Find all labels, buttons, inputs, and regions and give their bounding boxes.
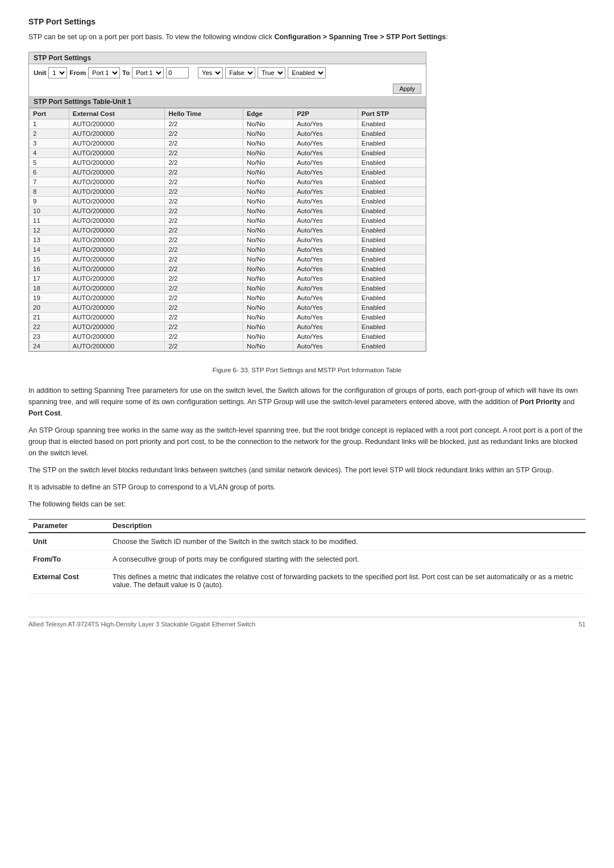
cell-port: 8 — [30, 186, 69, 196]
cell-stp: Enabled — [358, 273, 425, 283]
page-title: STP Port Settings — [28, 17, 586, 26]
cell-hello: 2/2 — [165, 148, 243, 157]
cell-p2p: Auto/Yes — [293, 196, 358, 206]
cell-edge: No/No — [243, 283, 293, 293]
cell-p2p: Auto/Yes — [293, 177, 358, 186]
cell-hello: 2/2 — [165, 302, 243, 312]
cell-port: 22 — [30, 322, 69, 331]
cell-stp: Enabled — [358, 177, 425, 186]
cell-hello: 2/2 — [165, 225, 243, 235]
cell-hello: 2/2 — [165, 254, 243, 264]
table-row: 2 AUTO/200000 2/2 No/No Auto/Yes Enabled — [30, 128, 426, 138]
cell-port: 14 — [30, 244, 69, 254]
intro-paragraph: STP can be set up on a port per port bas… — [28, 32, 586, 43]
apply-row: Apply — [29, 81, 426, 96]
cell-port: 19 — [30, 293, 69, 302]
from-select[interactable]: Port 1 — [88, 67, 120, 78]
cell-port: 6 — [30, 167, 69, 177]
cell-ext-cost: AUTO/200000 — [69, 331, 165, 341]
cell-ext-cost: AUTO/200000 — [69, 302, 165, 312]
cell-p2p: Auto/Yes — [293, 119, 358, 128]
cell-ext-cost: AUTO/200000 — [69, 322, 165, 331]
cell-edge: No/No — [243, 293, 293, 302]
cell-edge: No/No — [243, 157, 293, 167]
cell-hello: 2/2 — [165, 215, 243, 225]
cell-stp: Enabled — [358, 302, 425, 312]
external-cost-input[interactable] — [166, 67, 189, 78]
cell-stp: Enabled — [358, 331, 425, 341]
table-row: 17 AUTO/200000 2/2 No/No Auto/Yes Enable… — [30, 273, 426, 283]
cell-stp: Enabled — [358, 244, 425, 254]
figure-caption: Figure 6- 33. STP Port Settings and MSTP… — [28, 367, 586, 373]
cell-p2p: Auto/Yes — [293, 167, 358, 177]
apply-button[interactable]: Apply — [393, 84, 421, 94]
cell-edge: No/No — [243, 148, 293, 157]
cell-port: 23 — [30, 331, 69, 341]
cell-port: 13 — [30, 235, 69, 244]
migrate-select[interactable]: Yes — [198, 67, 223, 78]
cell-ext-cost: AUTO/200000 — [69, 215, 165, 225]
unit-select[interactable]: 1 — [48, 67, 67, 78]
cell-stp: Enabled — [358, 283, 425, 293]
cell-ext-cost: AUTO/200000 — [69, 235, 165, 244]
cell-ext-cost: AUTO/200000 — [69, 273, 165, 283]
cell-hello: 2/2 — [165, 322, 243, 331]
cell-edge: No/No — [243, 186, 293, 196]
table-row: 19 AUTO/200000 2/2 No/No Auto/Yes Enable… — [30, 293, 426, 302]
cell-edge: No/No — [243, 331, 293, 341]
param-name: External Cost — [28, 568, 108, 593]
cell-stp: Enabled — [358, 293, 425, 302]
cell-p2p: Auto/Yes — [293, 138, 358, 148]
cell-ext-cost: AUTO/200000 — [69, 244, 165, 254]
cell-hello: 2/2 — [165, 312, 243, 322]
state-select[interactable]: Enabled — [288, 67, 326, 78]
edge-select[interactable]: False — [225, 67, 255, 78]
cell-port: 18 — [30, 283, 69, 293]
footer-text: Allied Telesyn AT-9724TS High-Density La… — [28, 621, 255, 628]
stp-form-controls: Unit 1 From Port 1 To Port 1 Yes False T… — [29, 64, 426, 81]
cell-hello: 2/2 — [165, 186, 243, 196]
table-row: 6 AUTO/200000 2/2 No/No Auto/Yes Enabled — [30, 167, 426, 177]
cell-hello: 2/2 — [165, 244, 243, 254]
cell-stp: Enabled — [358, 157, 425, 167]
param-row: External Cost This defines a metric that… — [28, 568, 586, 593]
stp-port-table: Port External Cost Hello Time Edge P2P P… — [29, 108, 426, 351]
table-row: 21 AUTO/200000 2/2 No/No Auto/Yes Enable… — [30, 312, 426, 322]
body-para-4: It is advisable to define an STP Group t… — [28, 481, 586, 493]
cell-edge: No/No — [243, 322, 293, 331]
cell-p2p: Auto/Yes — [293, 273, 358, 283]
cell-stp: Enabled — [358, 186, 425, 196]
table-row: 15 AUTO/200000 2/2 No/No Auto/Yes Enable… — [30, 254, 426, 264]
body-para-1: In addition to setting Spanning Tree par… — [28, 385, 586, 419]
cell-edge: No/No — [243, 128, 293, 138]
cell-stp: Enabled — [358, 341, 425, 351]
cell-ext-cost: AUTO/200000 — [69, 312, 165, 322]
param-desc: Choose the Switch ID number of the Switc… — [108, 533, 586, 551]
to-select[interactable]: Port 1 — [132, 67, 164, 78]
table-row: 1 AUTO/200000 2/2 No/No Auto/Yes Enabled — [30, 119, 426, 128]
body-para-5: The following fields can be set: — [28, 499, 586, 510]
cell-stp: Enabled — [358, 264, 425, 273]
col-header-p2p: P2P — [293, 108, 358, 119]
cell-hello: 2/2 — [165, 235, 243, 244]
table-row: 18 AUTO/200000 2/2 No/No Auto/Yes Enable… — [30, 283, 426, 293]
p2p-select[interactable]: True — [258, 67, 285, 78]
cell-stp: Enabled — [358, 312, 425, 322]
cell-ext-cost: AUTO/200000 — [69, 196, 165, 206]
cell-p2p: Auto/Yes — [293, 322, 358, 331]
to-label: To — [122, 69, 130, 76]
col-header-ext-cost: External Cost — [69, 108, 165, 119]
cell-hello: 2/2 — [165, 157, 243, 167]
cell-hello: 2/2 — [165, 264, 243, 273]
cell-ext-cost: AUTO/200000 — [69, 206, 165, 215]
cell-ext-cost: AUTO/200000 — [69, 341, 165, 351]
cell-edge: No/No — [243, 235, 293, 244]
body-para-2: An STP Group spanning tree works in the … — [28, 425, 586, 459]
table-row: 12 AUTO/200000 2/2 No/No Auto/Yes Enable… — [30, 225, 426, 235]
table-row: 11 AUTO/200000 2/2 No/No Auto/Yes Enable… — [30, 215, 426, 225]
cell-p2p: Auto/Yes — [293, 341, 358, 351]
unit-label: Unit — [34, 69, 46, 76]
cell-ext-cost: AUTO/200000 — [69, 225, 165, 235]
param-desc: A consecutive group of ports may be conf… — [108, 550, 586, 568]
table-row: 16 AUTO/200000 2/2 No/No Auto/Yes Enable… — [30, 264, 426, 273]
